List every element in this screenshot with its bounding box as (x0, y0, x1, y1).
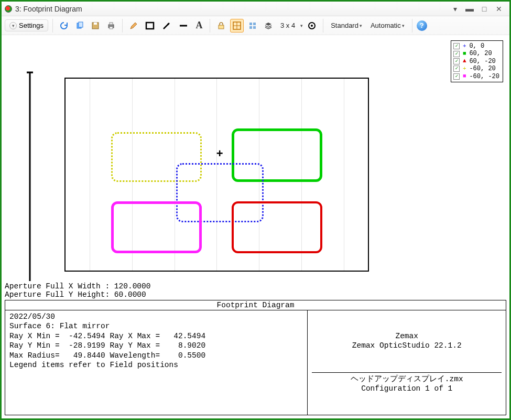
footprint-field-5 (111, 201, 202, 253)
aperture-x-line: Aperture Full X Width : 120.0000 (5, 282, 506, 290)
marker-icon: ▲ (462, 58, 467, 64)
marker-icon: ■ (462, 50, 467, 57)
svg-rect-15 (253, 23, 256, 25)
refresh-button[interactable] (57, 19, 71, 33)
marker-icon: + (462, 43, 467, 50)
marker-icon: + (462, 66, 467, 72)
settings-button[interactable]: ▾ Settings (5, 19, 48, 31)
footer-title: Footprint Diagram (5, 300, 506, 310)
text-tool-icon[interactable]: A (193, 19, 205, 33)
auto-dropdown[interactable]: Automatic▾ (367, 20, 408, 30)
maximize-button[interactable]: □ (477, 4, 492, 14)
legend-item[interactable]: ✓+0, 0 (453, 42, 499, 50)
chevron-down-icon: ▾ (9, 22, 17, 29)
checkbox-icon[interactable]: ✓ (453, 58, 460, 64)
caret-icon: ▾ (300, 23, 303, 28)
toolbar: ▾ Settings A 3 x 4 ▾ Standard▾ Automatic… (2, 16, 509, 35)
save-button[interactable] (89, 19, 102, 33)
legend: ✓+0, 0 ✓■60, 20 ✓▲60, -20 ✓+-60, 20 ✓■-6… (451, 40, 503, 82)
plot-area: Scale: 62.0000 Millimeters (33, 74, 379, 281)
print-button[interactable] (104, 19, 118, 33)
copy-button[interactable] (73, 19, 86, 33)
footer-right: Zemax Zemax OpticStudio 22.1.2 ヘッドアップディス… (308, 310, 506, 415)
footer-left: 2022/05/30 Surface 6: Flat mirror Ray X … (5, 310, 308, 415)
legend-item[interactable]: ✓■60, 20 (453, 50, 499, 57)
checkbox-icon[interactable]: ✓ (453, 66, 460, 72)
resolution-dropdown[interactable]: Standard▾ (328, 20, 365, 30)
arrow-tool-icon[interactable] (159, 19, 174, 33)
svg-rect-5 (110, 23, 113, 25)
rectangle-tool-icon[interactable] (143, 19, 157, 33)
help-icon[interactable]: ? (417, 20, 427, 31)
svg-rect-1 (79, 22, 83, 27)
y-scale-bracket (26, 71, 34, 281)
separator (210, 19, 210, 33)
footprint-field-3 (232, 201, 322, 253)
plot-frame: + (64, 78, 369, 272)
settings-label: Settings (19, 21, 44, 29)
restore-button[interactable]: ▬ (462, 4, 477, 14)
svg-rect-7 (146, 23, 154, 29)
center-cross-icon: + (216, 147, 223, 160)
app-window: 3: Footprint Diagram ▾ ▬ □ ✕ ▾ Settings … (0, 0, 511, 420)
pencil-icon[interactable] (127, 19, 140, 33)
legend-item[interactable]: ✓▲60, -20 (453, 58, 499, 65)
aperture-info: Aperture Full X Width : 120.0000 Apertur… (2, 281, 509, 299)
app-icon (5, 5, 12, 13)
config-grid-icon[interactable] (246, 19, 259, 33)
footer-right-top: Zemax Zemax OpticStudio 22.1.2 (312, 331, 502, 351)
footer-panel: Footprint Diagram 2022/05/30 Surface 6: … (5, 300, 506, 415)
close-button[interactable]: ✕ (492, 4, 506, 14)
grid-size-label[interactable]: 3 x 4 (277, 20, 298, 30)
checkbox-icon[interactable]: ✓ (453, 43, 460, 49)
svg-rect-14 (249, 23, 252, 25)
separator (323, 19, 323, 33)
plot-canvas: ✓+0, 0 ✓■60, 20 ✓▲60, -20 ✓+-60, 20 ✓■-6… (2, 35, 509, 281)
titlebar: 3: Footprint Diagram ▾ ▬ □ ✕ (2, 2, 509, 16)
checkbox-icon[interactable]: ✓ (453, 51, 460, 57)
minimize-button[interactable]: ▾ (448, 4, 462, 14)
legend-item[interactable]: ✓+-60, 20 (453, 65, 499, 72)
lock-aspect-icon[interactable] (214, 19, 228, 33)
footer-right-bottom: ヘッドアップディスプレイ.zmx Configuration 1 of 1 (312, 372, 502, 394)
svg-rect-3 (94, 23, 97, 25)
target-icon[interactable] (305, 19, 319, 33)
legend-item[interactable]: ✓■-60, -20 (453, 73, 499, 80)
window-title: 3: Footprint Diagram (15, 5, 82, 13)
svg-rect-10 (219, 25, 224, 29)
active-window-icon[interactable] (230, 19, 244, 33)
line-tool-icon[interactable] (176, 19, 191, 33)
checkbox-icon[interactable]: ✓ (453, 73, 460, 80)
svg-rect-16 (249, 26, 252, 29)
svg-rect-6 (110, 27, 113, 29)
svg-rect-17 (253, 26, 256, 29)
marker-icon: ■ (462, 73, 467, 80)
layers-icon[interactable] (262, 19, 275, 33)
separator (122, 19, 123, 33)
aperture-y-line: Aperture Full Y Height: 60.0000 (5, 290, 506, 299)
svg-point-19 (311, 25, 313, 27)
separator (412, 19, 412, 33)
separator (52, 19, 53, 33)
